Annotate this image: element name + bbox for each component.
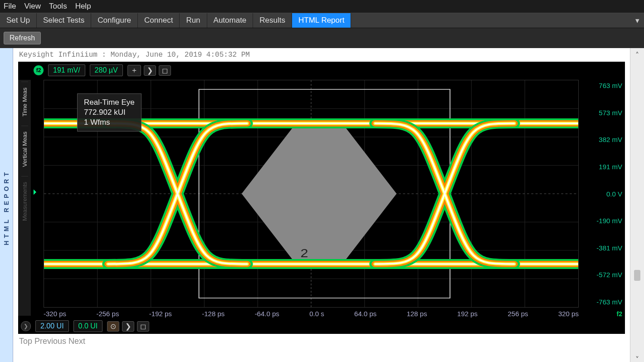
vertical-scrollbar[interactable]: ˄ ˅	[630, 48, 644, 362]
y-tick: 191 mV	[581, 163, 622, 171]
scope-top-controls: f2 191 mV/ 280 µV ＋ ❯ ◻	[34, 64, 171, 76]
scope-screenshot: f2 191 mV/ 280 µV ＋ ❯ ◻ Time Meas Vertic…	[18, 62, 625, 334]
x-tick: -64.0 ps	[255, 310, 279, 318]
popout-icon[interactable]: ◻	[137, 321, 149, 332]
channel-badge[interactable]: f2	[34, 65, 44, 75]
report-nav[interactable]: Top Previous Next	[15, 334, 629, 349]
x-tick: 64.0 ps	[354, 310, 376, 318]
x-tick: -192 ps	[149, 310, 172, 318]
tab-connect[interactable]: Connect	[138, 13, 180, 28]
side-tab-measurements[interactable]: Measurements	[21, 176, 28, 226]
next-icon[interactable]: ❯	[144, 65, 156, 76]
y-tick: -190 mV	[581, 217, 622, 225]
next-icon[interactable]: ❯	[122, 321, 134, 332]
mask-label: 2	[300, 246, 308, 259]
tab-automate[interactable]: Automate	[207, 13, 254, 28]
horizontal-delay-field[interactable]: 0.0 UI	[73, 320, 103, 332]
x-tick: -320 ps	[44, 310, 66, 318]
side-tab-time-meas[interactable]: Time Meas	[21, 82, 28, 122]
y-tick: -572 mV	[581, 271, 622, 279]
toolbar: Refresh	[0, 28, 644, 48]
tab-results[interactable]: Results	[253, 13, 292, 28]
tab-bar: Set Up Select Tests Configure Connect Ru…	[0, 13, 644, 28]
menu-view[interactable]: View	[24, 2, 41, 11]
tab-setup[interactable]: Set Up	[0, 13, 37, 28]
x-tick: -128 ps	[202, 310, 224, 318]
x-axis-ticks: -320 ps -256 ps -192 ps -128 ps -64.0 ps…	[44, 310, 579, 318]
y-tick: 0.0 V	[581, 190, 622, 198]
eye-info-title: Real-Time Eye	[84, 98, 135, 108]
y-tick: -763 mV	[581, 298, 622, 306]
popout-icon[interactable]: ◻	[159, 65, 171, 76]
x-tick: 320 ps	[558, 310, 579, 318]
ground-marker-icon[interactable]: ⏵	[32, 188, 39, 196]
refresh-button[interactable]: Refresh	[4, 32, 41, 44]
tab-run[interactable]: Run	[180, 13, 207, 28]
side-tab-vertical-meas[interactable]: Vertical Meas	[21, 126, 28, 172]
scroll-thumb[interactable]	[634, 270, 640, 281]
side-label[interactable]: HTML REPORT	[0, 48, 13, 362]
content-area: HTML REPORT Keysight Infiniium : Monday,…	[0, 48, 644, 362]
menu-bar: File View Tools Help	[0, 0, 644, 13]
x-tick: 128 ps	[407, 310, 427, 318]
scroll-up-icon[interactable]: ˄	[635, 51, 639, 59]
vertical-offset-field[interactable]: 280 µV	[90, 64, 123, 76]
y-tick: -381 mV	[581, 244, 622, 252]
eye-info-box: Real-Time Eye 772.902 kUI 1 Wfms	[77, 93, 141, 132]
eye-info-kui: 772.902 kUI	[84, 108, 135, 117]
eye-info-wfms: 1 Wfms	[84, 117, 135, 127]
scroll-down-icon[interactable]: ˅	[635, 355, 639, 362]
scope-side-tabs: Time Meas Vertical Meas Measurements	[18, 80, 31, 316]
tab-html-report[interactable]: HTML Report	[292, 13, 351, 28]
svg-marker-17	[242, 128, 397, 259]
zoom-plus-icon[interactable]: ＋	[127, 65, 141, 76]
expand-handle-icon[interactable]: ❯	[21, 321, 31, 331]
menu-file[interactable]: File	[4, 2, 16, 11]
menu-tools[interactable]: Tools	[49, 2, 67, 11]
x-tick: 192 ps	[457, 310, 478, 318]
report-document: Keysight Infiniium : Monday, June 10, 20…	[15, 48, 629, 362]
x-tick: 0.0 s	[309, 310, 324, 318]
markers-icon[interactable]: ⊙	[107, 321, 119, 332]
tab-select-tests[interactable]: Select Tests	[37, 13, 91, 28]
scope-bottom-controls: ❯ 2.00 UI 0.0 UI ⊙ ❯ ◻	[21, 320, 149, 332]
y-tick: 763 mV	[581, 82, 622, 89]
horizontal-scale-field[interactable]: 2.00 UI	[35, 320, 69, 332]
x-tick: -256 ps	[96, 310, 119, 318]
y-axis-ticks: 763 mV 573 mV 382 mV 191 mV 0.0 V -190 m…	[581, 80, 622, 308]
tab-overflow-caret-icon[interactable]: ▾	[631, 13, 644, 28]
y-tick: 573 mV	[581, 109, 622, 117]
side-label-text: HTML REPORT	[3, 170, 10, 245]
report-timestamp: Keysight Infiniium : Monday, June 10, 20…	[15, 48, 629, 62]
tab-configure[interactable]: Configure	[91, 13, 138, 28]
channel-indicator-right: f2	[617, 310, 622, 318]
menu-help[interactable]: Help	[75, 2, 91, 11]
vertical-scale-field[interactable]: 191 mV/	[48, 64, 85, 76]
y-tick: 382 mV	[581, 136, 622, 143]
x-tick: 256 ps	[507, 310, 528, 318]
